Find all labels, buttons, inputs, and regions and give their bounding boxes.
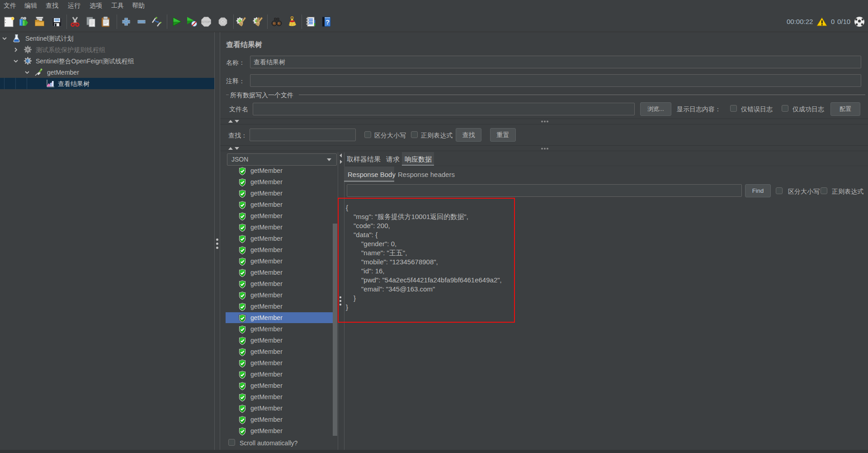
- svg-text:STOP: STOP: [202, 20, 211, 24]
- svg-text:?: ?: [326, 18, 330, 26]
